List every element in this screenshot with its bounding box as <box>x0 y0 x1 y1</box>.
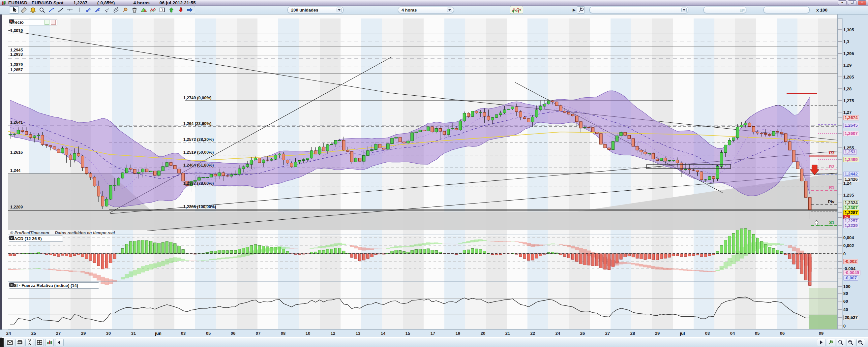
indicator-settings-button[interactable] <box>577 6 585 13</box>
list-dropdown[interactable]: ▤≡ <box>704 7 746 13</box>
expand-right-icon[interactable] <box>817 339 826 346</box>
axis-label-40: 40 <box>843 307 848 312</box>
print-icon[interactable] <box>16 339 24 346</box>
arrow-down-tool-button[interactable] <box>176 6 185 13</box>
macd-panel-tag: MACD (12 26 9) <box>9 235 63 242</box>
date-tick-label: 24 <box>556 331 560 336</box>
pivot-label-R2: R2 <box>829 164 834 169</box>
close-icon[interactable] <box>93 283 98 288</box>
axis-label-127: 1,27 <box>843 110 851 115</box>
main-toolbar: 200 unidades 4 horas ▶ ▤≡ x 100 <box>0 6 868 15</box>
arrow-right-tool-button[interactable] <box>185 6 194 13</box>
date-tick-label: 25 <box>31 331 36 336</box>
pattern-triangles-tool-button[interactable] <box>139 6 148 13</box>
fibonacci-fan-tool-button[interactable] <box>93 6 102 13</box>
fibonacci-level-label: 1,2464 (61,80%) <box>183 163 214 168</box>
ruler-tool-button[interactable] <box>19 6 28 13</box>
chevron-down-icon[interactable] <box>447 7 452 12</box>
vertical-line-tool-button[interactable] <box>74 6 84 13</box>
wrench-icon[interactable] <box>26 20 31 25</box>
chart-canvas[interactable] <box>0 0 868 347</box>
drawing-tools-tool-button[interactable] <box>121 6 129 13</box>
axis-label-12607: 1,2607 <box>843 131 859 136</box>
zoom-selection-icon[interactable] <box>837 339 845 346</box>
date-tick-label: 15 <box>405 331 410 336</box>
units-dropdown[interactable]: 200 unidades <box>287 7 343 13</box>
text-tool-button[interactable] <box>158 6 166 13</box>
timeframe-dropdown-value: 4 horas <box>402 7 417 12</box>
price-level-label: 1,2945 <box>10 48 23 53</box>
date-tick-label: 30 <box>106 331 111 336</box>
zoom-out-icon[interactable] <box>846 339 855 346</box>
timeframe-dropdown[interactable]: 4 horas <box>398 7 454 13</box>
chevron-down-icon[interactable] <box>337 7 342 12</box>
rsi-panel-tag: RSI - Fuerza Relativa (índice) (14) <box>9 282 99 289</box>
axis-label-0004: 0,004 <box>843 235 854 240</box>
link-icon[interactable] <box>25 339 34 346</box>
detach-window-icon[interactable] <box>86 283 91 288</box>
date-tick-label: 06 <box>780 331 784 336</box>
axis-label-12324: 1,2324 <box>843 200 859 205</box>
axis-label-1255: 1,255 <box>843 145 854 150</box>
detach-window-icon[interactable] <box>32 20 37 25</box>
chevron-down-icon[interactable] <box>681 7 687 12</box>
date-tick-label: 31 <box>131 331 136 336</box>
minimize-button[interactable]: – <box>838 0 846 5</box>
axis-label-1275: 1,275 <box>843 98 854 103</box>
axis-label-12499: 1,2499 <box>843 157 859 162</box>
axis-label-0004: -0,004 <box>843 266 856 271</box>
tools-green-icon[interactable] <box>827 339 835 346</box>
channel-tool-button[interactable] <box>112 6 120 13</box>
date-tick-label: 07 <box>256 331 260 336</box>
zoom-tool-button[interactable] <box>38 6 46 13</box>
chart-type-button[interactable] <box>510 6 523 14</box>
restore-button[interactable]: ❐ <box>848 0 857 5</box>
date-tick-label: 13 <box>356 331 360 336</box>
detach-window-icon[interactable] <box>50 236 55 241</box>
trendline-tool-button[interactable] <box>56 6 65 13</box>
grid-icon[interactable] <box>35 339 44 346</box>
sell-arrow-icon[interactable] <box>51 20 56 25</box>
price-multiplier-label: x 100 <box>816 7 828 12</box>
axis-label-129: 1,29 <box>843 63 851 68</box>
quick-entry-box[interactable] <box>764 7 810 13</box>
expand-arrow-icon[interactable]: ▶ <box>572 7 576 12</box>
price-level-label: 1,2857 <box>10 68 23 72</box>
axis-label-0007: -0,007 <box>843 276 858 281</box>
candlestick-app-icon <box>2 1 6 5</box>
mail-icon[interactable] <box>6 339 14 346</box>
delete-tool-button[interactable] <box>130 6 139 13</box>
fibonacci-level-label: 1,2573 (38,20%) <box>183 137 214 142</box>
fibonacci-retracement-tool-button[interactable] <box>84 6 93 13</box>
close-button[interactable]: ✕ <box>858 0 866 5</box>
wrench-icon[interactable] <box>44 236 49 241</box>
symbol-search-dropdown[interactable] <box>589 7 688 13</box>
axis-label-20527: 20,527 <box>843 315 859 320</box>
title-bar: EURUSD - EUR/USD Spot 1,2287 (-0,85%) 4 … <box>0 0 868 6</box>
axis-label-0002: -0,002 <box>843 259 858 264</box>
date-tick-label: 03 <box>705 331 710 336</box>
mini-trend-tool-button[interactable] <box>102 6 111 13</box>
window-frame-edge <box>0 15 2 338</box>
date-tick-label: 29 <box>655 331 660 336</box>
horizontal-line-tool-button[interactable] <box>65 6 74 13</box>
alarm-tool-button[interactable] <box>28 6 37 13</box>
buy-arrow-icon[interactable] <box>44 20 50 25</box>
rsi-panel-label: RSI - Fuerza Relativa (índice) (14) <box>10 283 78 288</box>
taskbar-corner <box>0 338 4 347</box>
close-icon[interactable] <box>56 236 61 241</box>
report-icon[interactable] <box>45 339 54 346</box>
pointer-tool-button[interactable] <box>10 6 19 13</box>
date-tick-label: jun <box>155 331 161 336</box>
collapse-left-icon[interactable] <box>55 339 64 346</box>
zigzag-tool-button[interactable] <box>148 6 157 13</box>
axis-label-60: 60 <box>843 299 848 304</box>
axis-label-80: 80 <box>843 291 848 296</box>
zoom-in-icon[interactable] <box>857 339 865 346</box>
arrow-up-tool-button[interactable] <box>167 6 176 13</box>
axis-label-1253: 1,253 <box>843 149 857 155</box>
axis-label-12257: 1,2257 <box>843 219 859 224</box>
segment-tool-button[interactable] <box>47 6 56 13</box>
close-icon[interactable] <box>38 20 43 25</box>
wrench-icon[interactable] <box>80 283 85 288</box>
